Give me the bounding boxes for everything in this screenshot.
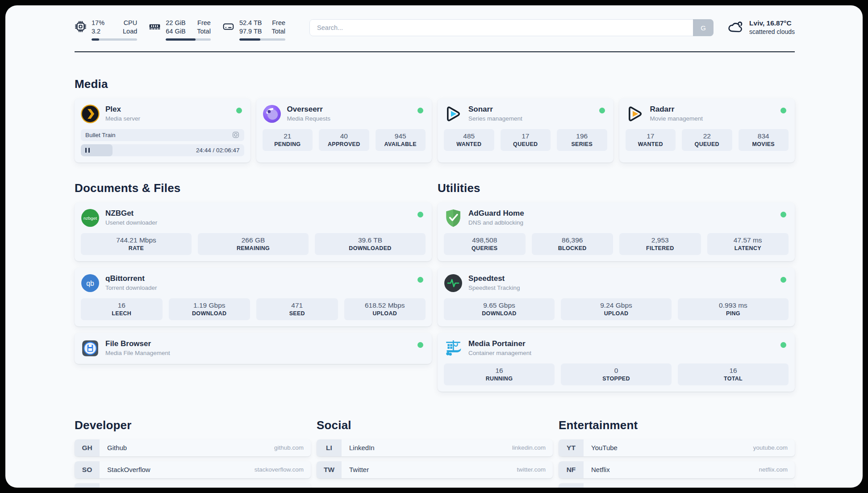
bookmark-url: twitter.com <box>517 466 546 473</box>
bookmark-name: YouTube <box>591 444 618 451</box>
app-card-nzbget[interactable]: nzbget NZBGet Usenet downloader 744.21 M… <box>75 202 432 261</box>
speedtest-icon <box>444 274 463 292</box>
status-dot <box>599 108 605 113</box>
cpu-load-label: Load <box>123 27 137 36</box>
stat-label: SERIES <box>559 141 605 147</box>
status-dot <box>236 108 242 113</box>
stat-label: UPLOAD <box>563 310 670 317</box>
app-title: qBittorrent <box>105 274 157 283</box>
status-dot <box>417 108 423 113</box>
nzbget-icon: nzbget <box>81 209 100 227</box>
sonarr-icon <box>444 104 463 123</box>
app-card-adguard[interactable]: AdGuard Home DNS and adblocking 498,508 … <box>438 202 795 261</box>
stat-value: 22 <box>684 132 730 140</box>
app-card-portainer[interactable]: Media Portainer Container management 16 … <box>438 333 795 392</box>
app-card-speedtest[interactable]: Speedtest Speedtest Tracking 9.65 Gbps D… <box>438 267 795 326</box>
app-title: NZBGet <box>105 209 157 218</box>
stat-queued: 17 QUEUED <box>501 129 551 151</box>
search-provider-button[interactable]: G <box>693 19 714 36</box>
stat-label: WANTED <box>627 141 674 147</box>
storage-free-value: 52.4 TB <box>239 19 262 27</box>
bookmark-abbr: RE <box>559 483 584 488</box>
app-title: Sonarr <box>468 105 522 114</box>
app-card-overseerr[interactable]: Overseerr Media Requests 21 PENDING 40 A… <box>256 98 432 163</box>
memory-free-value: 22 GiB <box>166 19 187 27</box>
app-subtitle: Container management <box>468 350 531 357</box>
app-card-radarr[interactable]: Radarr Movie management 17 WANTED 22 QUE… <box>619 98 795 163</box>
app-title: Plex <box>105 105 140 114</box>
stat-running: 16 RUNNING <box>444 363 555 385</box>
app-title: Overseerr <box>287 105 331 114</box>
app-title: Radarr <box>650 105 703 114</box>
stat-label: RATE <box>83 245 190 251</box>
bookmark-abbr: GH <box>75 439 100 456</box>
cast-icon <box>232 131 240 139</box>
header-divider <box>75 51 795 52</box>
stat-total: 16 TOTAL <box>678 363 789 385</box>
status-dot <box>780 212 786 217</box>
stat-value: 2,953 <box>621 236 699 244</box>
stat-value: 834 <box>740 132 787 140</box>
bookmark-youtube[interactable]: YT YouTube youtube.com <box>559 439 795 456</box>
stat-value: 471 <box>258 301 336 309</box>
bookmark-stackoverflow[interactable]: SO StackOverflow stackoverflow.com <box>75 461 311 478</box>
stat-stopped: 0 STOPPED <box>561 363 672 385</box>
stat-label: UPLOAD <box>346 310 424 317</box>
stat-rate: 744.21 Mbps RATE <box>81 233 192 255</box>
stat-leech: 16 LEECH <box>81 298 163 320</box>
stat-queued: 22 QUEUED <box>682 129 732 151</box>
bookmark-url: linkedin.com <box>512 444 546 451</box>
bookmark-abbr: SO <box>75 461 100 478</box>
stat-label: DOWNLOAD <box>171 310 249 317</box>
bookmark-dev[interactable]: DT DEV dev.to <box>75 483 311 488</box>
cpu-progress-bar <box>92 38 137 41</box>
bookmark-netflix[interactable]: NF Netflix netflix.com <box>559 461 795 478</box>
storage-total-value: 97.9 TB <box>239 27 262 36</box>
stat-upload: 9.24 Gbps UPLOAD <box>561 298 672 320</box>
app-card-plex[interactable]: Plex Media server Bullet Train <box>75 98 250 163</box>
section-title-entertainment: Entertainment <box>559 418 795 432</box>
filebrowser-icon <box>81 339 100 358</box>
stat-label: AVAILABLE <box>377 141 424 147</box>
stat-label: MOVIES <box>740 141 787 147</box>
stat-pending: 21 PENDING <box>263 129 313 151</box>
app-title: File Browser <box>105 339 170 348</box>
bookmark-abbr: NF <box>559 461 584 478</box>
app-card-filebrowser[interactable]: File Browser Media File Management <box>75 333 432 364</box>
bookmark-url: netflix.com <box>759 466 788 473</box>
stat-value: 945 <box>377 132 424 140</box>
stat-value: 618.52 Mbps <box>346 301 424 309</box>
stat-value: 21 <box>264 132 311 140</box>
status-dot <box>417 212 423 217</box>
stat-value: 16 <box>446 367 553 375</box>
stat-latency: 47.57 ms LATENCY <box>707 233 789 255</box>
search-input[interactable] <box>309 19 714 36</box>
bookmark-url: github.com <box>274 444 304 451</box>
bookmark-linkedin[interactable]: LI LinkedIn linkedin.com <box>317 439 553 456</box>
stat-label: PING <box>680 310 787 317</box>
stat-label: FILTERED <box>621 245 699 251</box>
bookmark-twitter[interactable]: TW Twitter twitter.com <box>317 461 553 478</box>
pause-icon <box>85 148 90 153</box>
memory-total-value: 64 GiB <box>166 27 187 36</box>
bookmark-name: Netflix <box>591 466 610 473</box>
cpu-icon <box>75 21 87 33</box>
section-title-media: Media <box>75 77 795 91</box>
stat-seed: 471 SEED <box>256 298 338 320</box>
bookmark-name: Github <box>107 444 127 451</box>
stat-series: 196 SERIES <box>557 129 607 151</box>
bookmark-name: StackOverflow <box>107 466 150 473</box>
stat-value: 39.6 TB <box>317 236 424 244</box>
bookmark-reddit[interactable]: RE Reddit reddit.com <box>559 483 795 488</box>
stat-label: BLOCKED <box>534 245 612 251</box>
stat-value: 47.57 ms <box>709 236 787 244</box>
app-subtitle: Movie management <box>650 115 703 122</box>
bookmark-github[interactable]: GH Github github.com <box>75 439 311 456</box>
app-card-qbittorrent[interactable]: qb qBittorrent Torrent downloader 16 LEE… <box>75 267 432 326</box>
stat-value: 17 <box>502 132 549 140</box>
app-subtitle: Usenet downloader <box>105 219 157 226</box>
weather-widget: Lviv, 16.87°C scattered clouds <box>727 19 795 35</box>
stat-label: DOWNLOAD <box>446 310 553 317</box>
app-card-sonarr[interactable]: Sonarr Series management 485 WANTED 17 Q… <box>438 98 613 163</box>
memory-free-label: Free <box>197 19 211 27</box>
